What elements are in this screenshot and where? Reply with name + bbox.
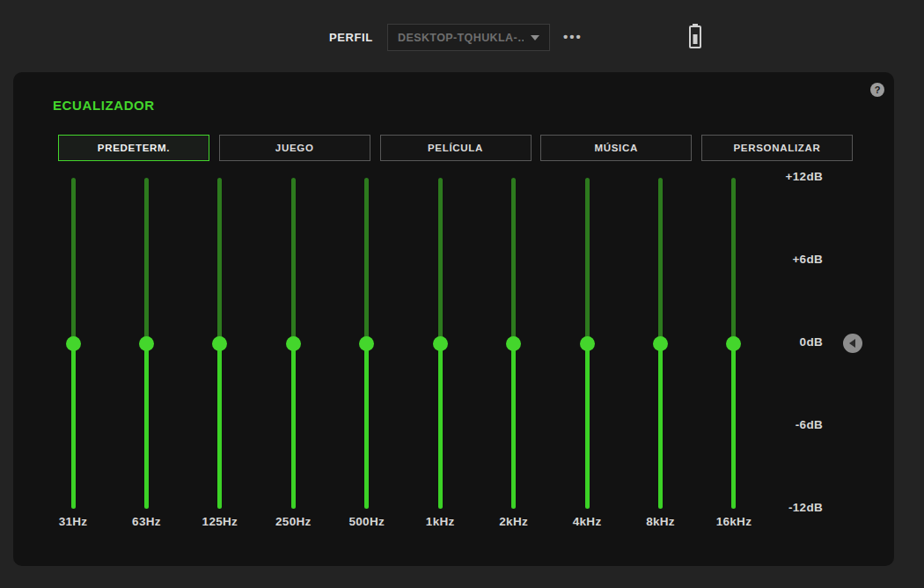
- eq-knob-63hz[interactable]: [139, 336, 154, 351]
- eq-track-lower-8khz[interactable]: [658, 343, 663, 509]
- eq-knob-4khz[interactable]: [580, 336, 595, 351]
- freq-label-63hz: 63Hz: [106, 515, 186, 528]
- eq-knob-31hz[interactable]: [66, 336, 81, 351]
- collapse-arrow-button[interactable]: [843, 334, 862, 353]
- eq-track-lower-2khz[interactable]: [511, 343, 516, 509]
- preset-tab-personalizar[interactable]: PERSONALIZAR: [701, 135, 853, 161]
- eq-track-upper-63hz[interactable]: [144, 178, 149, 343]
- help-icon[interactable]: ?: [870, 83, 884, 97]
- eq-knob-500hz[interactable]: [359, 336, 374, 351]
- eq-track-lower-250hz[interactable]: [291, 343, 296, 509]
- eq-track-lower-63hz[interactable]: [144, 343, 149, 509]
- preset-tab-m-sica[interactable]: MÚSICA: [540, 135, 692, 161]
- profile-dropdown-value: DESKTOP-TQHUKLA-…: [398, 32, 524, 44]
- arrow-left-icon: [849, 339, 855, 348]
- eq-track-upper-500hz[interactable]: [364, 178, 369, 343]
- eq-track-upper-4khz[interactable]: [585, 178, 590, 343]
- profile-label: PERFIL: [329, 31, 373, 44]
- profile-dropdown[interactable]: DESKTOP-TQHUKLA-…: [387, 24, 550, 51]
- eq-track-upper-2khz[interactable]: [511, 178, 516, 343]
- freq-label-2khz: 2kHz: [474, 515, 554, 528]
- preset-tab-juego[interactable]: JUEGO: [219, 135, 370, 161]
- eq-track-upper-1khz[interactable]: [438, 178, 443, 343]
- preset-tab-predeterm[interactable]: PREDETERM.: [58, 135, 209, 161]
- eq-knob-1khz[interactable]: [433, 336, 448, 351]
- eq-track-upper-31hz[interactable]: [71, 178, 76, 343]
- eq-track-upper-125hz[interactable]: [217, 178, 222, 343]
- freq-label-125hz: 125Hz: [180, 515, 260, 528]
- eq-track-lower-31hz[interactable]: [71, 343, 76, 509]
- eq-knob-2khz[interactable]: [506, 336, 521, 351]
- chevron-down-icon: [531, 35, 539, 40]
- panel-title: ECUALIZADOR: [53, 98, 155, 113]
- freq-label-4khz: 4kHz: [547, 515, 627, 528]
- equalizer-panel: ? ECUALIZADOR PREDETERM.JUEGOPELÍCULAMÚS…: [13, 72, 894, 566]
- freq-label-16khz: 16kHz: [694, 515, 774, 528]
- battery-icon: [688, 24, 702, 48]
- preset-tab-pel-cula[interactable]: PELÍCULA: [380, 135, 532, 161]
- freq-label-500hz: 500Hz: [327, 515, 407, 528]
- freq-label-31hz: 31Hz: [33, 515, 113, 528]
- eq-knob-125hz[interactable]: [212, 336, 227, 351]
- eq-knob-8khz[interactable]: [653, 336, 668, 351]
- freq-label-8khz: 8kHz: [621, 515, 700, 528]
- freq-label-250hz: 250Hz: [253, 515, 333, 528]
- freq-label-1khz: 1kHz: [400, 515, 480, 528]
- eq-track-lower-125hz[interactable]: [217, 343, 222, 509]
- eq-track-lower-1khz[interactable]: [438, 343, 443, 509]
- db-label-0: 0dB: [735, 335, 823, 349]
- eq-track-lower-4khz[interactable]: [585, 343, 590, 509]
- eq-knob-250hz[interactable]: [286, 336, 301, 351]
- db-label--12: -12dB: [735, 501, 823, 514]
- eq-track-lower-500hz[interactable]: [364, 343, 369, 509]
- more-options-button[interactable]: •••: [563, 26, 583, 48]
- db-label--6: -6dB: [735, 418, 823, 431]
- eq-track-upper-8khz[interactable]: [658, 178, 663, 343]
- eq-track-upper-250hz[interactable]: [291, 178, 296, 343]
- db-label-6: +6dB: [735, 253, 823, 266]
- db-label-12: +12dB: [735, 170, 823, 183]
